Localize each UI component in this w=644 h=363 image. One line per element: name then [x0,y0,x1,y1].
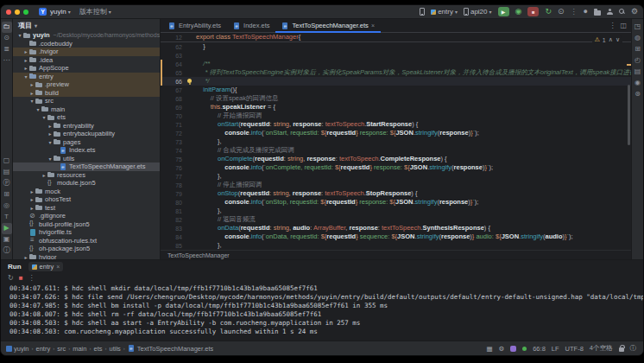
expand-icon[interactable]: ▸ [28,205,35,211]
close-window-button[interactable] [6,10,11,15]
plugin-icon[interactable] [510,346,516,352]
settings-gear-icon[interactable]: ⚙ [631,8,638,16]
tree-item-utils[interactable]: ▾utils [13,155,160,163]
close-icon[interactable]: × [56,264,60,270]
layout-icon[interactable]: ▦ [486,345,492,353]
search-icon[interactable] [619,9,625,15]
breadcrumb-yuyin[interactable]: yuyin [6,345,29,353]
tree-item-hvigorfile-ts[interactable]: hvigorfile.ts [13,228,160,237]
device-assistant-icon[interactable]: ▤ [633,67,643,78]
intention-bulb-icon[interactable] [187,79,192,83]
expand-icon[interactable]: ▸ [22,48,29,54]
sticky-code-line-12[interactable]: 12export class TextToSpeechManager{ [161,33,631,42]
ai-assistant-icon[interactable]: ◍ [633,33,643,44]
attach-button[interactable]: ⊙ [558,8,565,16]
code-line-81[interactable]: 81 }, [161,207,631,215]
code-line-66[interactable]: 66 */ [161,77,631,86]
line-separator[interactable]: LF [552,345,559,353]
tree-item-hvigor[interactable]: ▸.hvigor [13,48,160,56]
code-line-84[interactable]: 84 console.info(`onData, requestId: ${re… [161,232,631,241]
split-editor-icon[interactable]: ◫ [620,22,627,29]
code-line-82[interactable]: 82 // 返回音频流 [161,215,631,224]
tree-item-texttospeechmanager-ets[interactable]: TextToSpeechManager.ets [13,162,160,171]
collapse-icon[interactable]: ▾ [47,156,54,162]
breadcrumb-ets[interactable]: ets [93,345,102,353]
code-line-63[interactable]: 63 [161,51,631,60]
code-line-67[interactable]: 67 initParam(){ [161,86,631,94]
code-line-72[interactable]: 72 console.info(`onStart, requestId: ${r… [161,129,631,137]
code-line-69[interactable]: 69 this.speakListener = { [161,103,631,111]
code-line-85[interactable]: 85 }, [161,241,631,250]
collapse-icon[interactable]: ▾ [41,114,47,120]
vcs-widget[interactable]: 版本控制 ▾ [79,7,111,16]
code-line-79[interactable]: 79 onStop(requestId: string, response: t… [161,189,631,198]
code-line-68[interactable]: 68 // 设置speak的回调信息 [161,94,631,103]
device-manager-tool-icon[interactable]: Τ [2,212,12,223]
tree-item-build[interactable]: ▸build [13,89,160,98]
code-line-65[interactable]: 65 * 得到TextToSpeechEngine实例对象后，实例化SpeakP… [161,68,631,77]
minimize-window-button[interactable] [15,10,20,15]
more-tools-icon[interactable]: ⋯ [2,55,12,67]
editor-tab-entryability-ets[interactable]: EntryAbility.ets [162,19,227,32]
expand-icon[interactable]: ▸ [41,172,47,178]
breadcrumb-entry[interactable]: entry [36,345,51,353]
tree-item-pages[interactable]: ▾pages [13,138,160,147]
project-panel-header[interactable]: 项目 ▾ [13,19,160,31]
tree-item-entryability[interactable]: ▸entryability [13,122,160,131]
tree-item-src[interactable]: ▾src [13,97,160,105]
gallery-icon[interactable]: ⊛ [633,89,643,100]
next-problem-icon[interactable]: ∨ [616,36,620,43]
problems-tool-icon[interactable]: Ⓟ [2,178,12,189]
profile-icon[interactable] [607,9,613,15]
collapse-icon[interactable]: ▾ [47,139,54,145]
expand-icon[interactable]: ▸ [28,188,35,194]
tree-item-resources[interactable]: ▸resources [13,171,160,180]
code-line-74[interactable]: 74 // 合成完成及播报完成回调 [161,146,631,155]
editor-tab-index-ets[interactable]: Index.ets [227,19,275,32]
services-tool-icon[interactable]: ⊞ [2,189,12,201]
file-encoding[interactable]: UTF-8 [565,345,584,353]
code-editor[interactable]: 12export class TextToSpeechManager{62 }6… [161,33,631,250]
tree-item-ohostest[interactable]: ▸ohosTest [13,195,160,204]
code-line-70[interactable]: 70 // 开始播报回调 [161,111,631,120]
inspection-widget[interactable]: ⚠ 1 ∧ ∨ [592,35,622,44]
breadcrumb-src[interactable]: src [57,345,66,353]
code-line-75[interactable]: 75 onComplete(requestId: string, respons… [161,155,631,163]
close-tab-icon[interactable]: × [371,22,375,29]
debug-button[interactable]: ◉ [515,8,522,16]
todo-tool-icon[interactable]: ⓘ [2,245,12,257]
code-line-80[interactable]: 80 console.info(`onStop, requestId: ${re… [161,198,631,207]
run-console[interactable]: 00:34:07.611: $ hdc shell mkdir data/loc… [1,283,643,341]
more-actions-icon[interactable]: ⋮ [570,8,577,16]
record-icon[interactable]: ● [583,8,587,16]
code-line-71[interactable]: 71 onStart(requestId: string, response: … [161,120,631,129]
tree-item-gitignore[interactable]: .gitignore [13,212,160,220]
code-line-62[interactable]: 62 } [161,42,631,51]
breadcrumb-utils[interactable]: utils [109,345,120,353]
project-tool-icon[interactable]: 🗀 [2,22,12,33]
code-line-73[interactable]: 73 }, [161,137,631,146]
terminal-tool-icon[interactable]: ▤ [2,167,12,178]
breadcrumb-main[interactable]: main [73,345,86,353]
tree-item-ets[interactable]: ▾ets [13,113,160,122]
profiler-tool-icon[interactable]: ◎ [2,201,12,212]
device-selector[interactable]: api20 ▾ [464,8,492,16]
tree-item-obfuscation-rules-txt[interactable]: obfuscation-rules.txt [13,237,160,245]
editor-scrollbar[interactable] [628,85,630,145]
rerun-icon[interactable]: ↻ [8,274,14,283]
rerun-button[interactable]: ↻ [545,8,552,16]
stop-process-icon[interactable]: ■ [19,274,23,283]
caret-position[interactable]: 66:8 [533,345,546,353]
tree-item-build-profile-json5[interactable]: build-profile.json5 [13,220,160,229]
collapse-icon[interactable]: ▾ [16,32,23,38]
expand-icon[interactable]: ▸ [28,196,35,202]
prev-problem-icon[interactable]: ∧ [609,36,613,43]
device-type-icon[interactable] [420,8,425,16]
open-folder-icon[interactable] [594,10,601,16]
tree-item-main[interactable]: ▾main [13,105,160,114]
expand-icon[interactable]: ▸ [22,57,29,63]
build-tool-icon[interactable]: ▣ [2,234,12,245]
indent-setting[interactable]: 4个空格 [590,344,613,353]
tree-item-preview[interactable]: ▸.preview [13,80,160,89]
codelinter-icon[interactable]: ⊞ [633,44,643,55]
